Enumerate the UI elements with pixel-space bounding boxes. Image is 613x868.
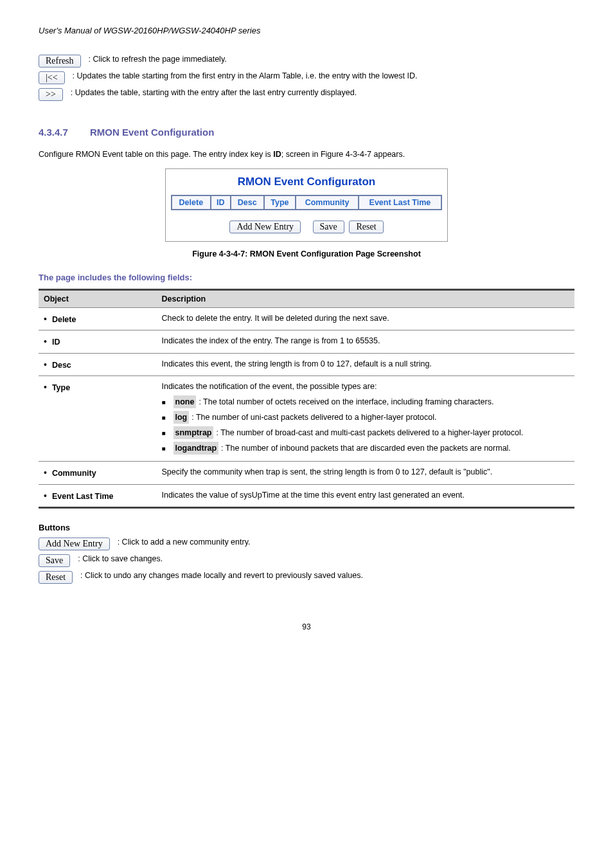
row-type-intro: Indicates the notification of the event,…	[161, 380, 569, 393]
table-row: Type Indicates the notification of the e…	[39, 376, 574, 462]
reset-button[interactable]: Reset	[39, 571, 73, 584]
type-log-label: log	[173, 411, 190, 424]
type-none-label: none	[173, 395, 197, 408]
section-number: 4.3.4.7	[39, 127, 90, 138]
section-desc-part1: Configure RMON Event table on this page.…	[39, 150, 273, 159]
col-type: Type	[264, 195, 296, 210]
row-id-label: ID	[52, 338, 60, 347]
screenshot-save-button[interactable]: Save	[313, 221, 344, 233]
first-page-desc: : Updates the table starting from the fi…	[73, 71, 574, 80]
row-lasttime-label: Event Last Time	[52, 492, 114, 501]
type-snmptrap-desc: : The number of broad-cast and multi-cas…	[216, 428, 523, 437]
first-page-button[interactable]: |<<	[39, 71, 65, 84]
add-new-entry-desc: : Click to add a new community entry.	[118, 538, 574, 547]
figure-caption-label: Figure 4-3-4-7:	[192, 249, 247, 258]
screenshot-reset-button[interactable]: Reset	[349, 221, 383, 233]
section-desc-part3: appears.	[371, 150, 405, 159]
next-page-desc: : Updates the table, starting with the e…	[71, 88, 574, 97]
screenshot-title: RMON Event Configuraton	[166, 169, 447, 195]
type-none-desc: : The total number of octets received on…	[199, 397, 493, 406]
row-delete-desc: Check to delete the entry. It will be de…	[156, 308, 574, 330]
row-lasttime-desc: Indicates the value of sysUpTime at the …	[156, 484, 574, 507]
table-row: Delete Check to delete the entry. It wil…	[39, 308, 574, 330]
fields-header-description: Description	[156, 290, 574, 308]
manual-header: User's Manual of WGSW-20160HP/WGSW-24040…	[39, 26, 574, 35]
fields-table: Object Description Delete Check to delet…	[39, 289, 574, 509]
section-heading: 4.3.4.7 RMON Event Configuration	[39, 127, 574, 138]
row-desc-label: Desc	[52, 361, 71, 370]
col-id: ID	[211, 195, 231, 210]
row-community-desc: Specify the community when trap is sent,…	[156, 462, 574, 484]
figure-caption-text: RMON Event Configuration Page Screenshot	[247, 249, 420, 258]
refresh-button[interactable]: Refresh	[39, 55, 81, 68]
save-desc: : Click to save changes.	[78, 554, 574, 563]
section-desc-figref: Figure 4-3-4-7	[321, 150, 371, 159]
section-description: Configure RMON Event table on this page.…	[39, 148, 574, 161]
type-logandtrap-label: logandtrap	[173, 442, 219, 455]
page-number: 93	[39, 622, 574, 631]
table-row: Desc Indicates this event, the string le…	[39, 353, 574, 375]
type-snmptrap-label: snmptrap	[173, 426, 214, 439]
add-new-entry-button[interactable]: Add New Entry	[39, 538, 110, 550]
table-row: ID Indicates the index of the entry. The…	[39, 330, 574, 353]
col-delete: Delete	[172, 195, 211, 210]
refresh-desc: : Click to refresh the page immediately.	[89, 55, 574, 64]
fields-header-object: Object	[39, 290, 156, 308]
section-desc-part2: ; screen in	[281, 150, 321, 159]
row-type-label: Type	[52, 383, 70, 392]
row-delete-label: Delete	[52, 315, 76, 324]
row-id-desc: Indicates the index of the entry. The ra…	[156, 330, 574, 353]
reset-desc: : Click to undo any changes made locally…	[80, 571, 574, 580]
table-row: Event Last Time Indicates the value of s…	[39, 484, 574, 507]
col-desc: Desc	[231, 195, 264, 210]
col-last-time: Event Last Time	[359, 195, 441, 210]
buttons-heading: Buttons	[39, 523, 574, 532]
screenshot-add-button[interactable]: Add New Entry	[229, 221, 301, 233]
type-logandtrap-desc: : The number of inbound packets that are…	[221, 444, 511, 453]
screenshot-table: Delete ID Desc Type Community Event Last…	[171, 195, 442, 210]
row-community-label: Community	[52, 469, 96, 478]
row-desc-desc: Indicates this event, the string length …	[156, 353, 574, 375]
col-community: Community	[296, 195, 358, 210]
type-log-desc: : The number of uni-cast packets deliver…	[191, 413, 436, 422]
next-page-button[interactable]: >>	[39, 88, 63, 101]
section-title: RMON Event Configuration	[90, 127, 214, 138]
table-row: Community Specify the community when tra…	[39, 462, 574, 484]
figure-caption: Figure 4-3-4-7: RMON Event Configuration…	[39, 249, 574, 258]
save-button[interactable]: Save	[39, 554, 70, 567]
fields-intro: The page includes the following fields:	[39, 273, 574, 282]
section-desc-id: ID	[273, 150, 281, 159]
config-screenshot: RMON Event Configuraton Delete ID Desc T…	[165, 168, 448, 242]
